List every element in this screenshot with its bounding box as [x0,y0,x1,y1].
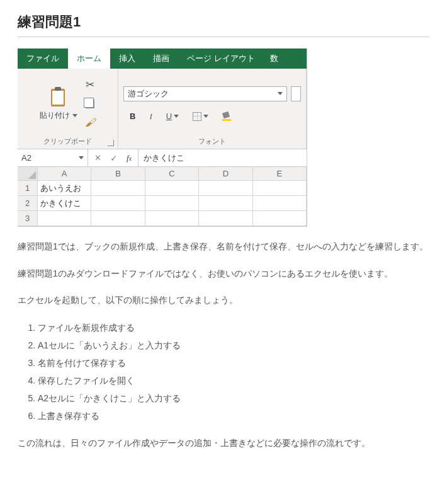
cell-A3[interactable] [38,211,91,226]
list-item: 名前を付けて保存する [38,354,429,372]
border-icon [193,112,201,121]
formula-bar-row: A2 ✕ ✓ fx かきくけこ [18,149,307,167]
group-label-clipboard: クリップボード [43,137,92,145]
font-size-select[interactable] [291,86,301,101]
fill-color-button[interactable] [222,112,231,121]
font-name-value: 游ゴシック [128,88,169,100]
formula-controls: ✕ ✓ fx [88,149,139,166]
italic-button[interactable]: I [149,112,152,122]
steps-list: ファイルを新規作成する A1セルに「あいうえお」と入力する 名前を付けて保存する… [18,319,429,425]
cut-button[interactable]: ✂ [84,79,96,91]
col-header-A[interactable]: A [38,167,91,181]
cell-D2[interactable] [199,196,252,211]
row-header-2[interactable]: 2 [18,196,38,211]
list-item: 保存したファイルを開く [38,372,429,389]
tab-page-layout[interactable]: ページ レイアウト [178,49,264,69]
col-header-E[interactable]: E [253,167,307,181]
fx-icon[interactable]: fx [127,153,132,163]
cell-C2[interactable] [145,196,199,211]
font-name-select[interactable]: 游ゴシック [123,86,287,101]
cell-C3[interactable] [145,211,199,226]
worksheet-grid: A B C D E 1 あいうえお 2 かきくけこ 3 [18,167,307,226]
closing-paragraph: この流れは、日々のファイル作成やデータの追加・上書きなどに必要な操作の流れです。 [18,435,429,452]
tab-file[interactable]: ファイル [18,49,68,69]
col-header-C[interactable]: C [145,167,199,181]
tab-home[interactable]: ホーム [68,49,110,69]
list-item: ファイルを新規作成する [38,319,429,336]
paste-button[interactable]: 貼り付け [40,86,77,121]
cell-B1[interactable] [91,181,145,196]
name-box-value: A2 [21,153,31,163]
copy-button[interactable] [84,98,96,110]
cell-E2[interactable] [253,196,307,211]
cell-E3[interactable] [253,211,307,226]
formula-bar-value: かきくけこ [144,152,184,164]
fill-icon [222,112,231,121]
paste-label: 貼り付け [40,110,70,121]
intro-paragraph-1: 練習問題1では、ブックの新規作成、上書き保存、名前を付けて保存、セルへの入力など… [18,238,429,255]
enter-icon[interactable]: ✓ [110,153,118,163]
excel-screenshot: ファイル ホーム 挿入 描画 ページ レイアウト 数 貼り付け ✂ [18,49,307,227]
list-item: A2セルに「かきくけこ」と入力する [38,389,429,407]
ribbon-tabs: ファイル ホーム 挿入 描画 ページ レイアウト 数 [18,49,307,69]
list-item: A1セルに「あいうえお」と入力する [38,336,429,354]
chevron-down-icon [278,92,283,95]
copy-icon [86,100,94,108]
group-label-font: フォント [198,137,226,145]
col-header-D[interactable]: D [199,167,252,181]
cell-D3[interactable] [199,211,252,226]
cell-A2[interactable]: かきくけこ [38,196,91,211]
format-painter-button[interactable]: 🖌 [84,117,96,129]
col-header-B[interactable]: B [91,167,145,181]
bold-button[interactable]: B [130,112,135,121]
name-box[interactable]: A2 [18,149,88,166]
underline-button[interactable]: U [166,112,179,121]
intro-paragraph-3: エクセルを起動して、以下の順に操作してみましょう。 [18,292,429,309]
cancel-icon[interactable]: ✕ [94,153,101,163]
paste-icon [49,86,68,108]
page-title: 練習問題1 [18,13,429,37]
cell-C1[interactable] [145,181,199,196]
tab-draw[interactable]: 描画 [144,49,178,69]
cell-E1[interactable] [253,181,307,196]
chevron-down-icon [79,156,84,159]
tab-insert[interactable]: 挿入 [110,49,144,69]
formula-bar[interactable]: かきくけこ [139,149,307,166]
chevron-down-icon [72,114,77,117]
select-all-corner[interactable] [18,167,38,181]
list-item: 上書き保存する [38,407,429,425]
cell-B3[interactable] [91,211,145,226]
row-header-3[interactable]: 3 [18,211,38,226]
row-header-1[interactable]: 1 [18,181,38,196]
cell-A1[interactable]: あいうえお [38,181,91,196]
ribbon: 貼り付け ✂ 🖌 クリップボード [18,69,307,149]
group-clipboard: 貼り付け ✂ 🖌 クリップボード [18,69,118,149]
chevron-down-icon [203,115,208,118]
group-font: 游ゴシック B I U [118,69,307,149]
intro-paragraph-2: 練習問題1のみダウンロードファイルではなく、お使いのパソコンにあるエクセルを使い… [18,265,429,282]
dialog-launcher-icon[interactable] [108,140,114,146]
cell-B2[interactable] [91,196,145,211]
tab-formulas-cut[interactable]: 数 [264,49,285,69]
cell-D1[interactable] [199,181,252,196]
chevron-down-icon [174,115,179,118]
border-button[interactable] [193,112,208,121]
